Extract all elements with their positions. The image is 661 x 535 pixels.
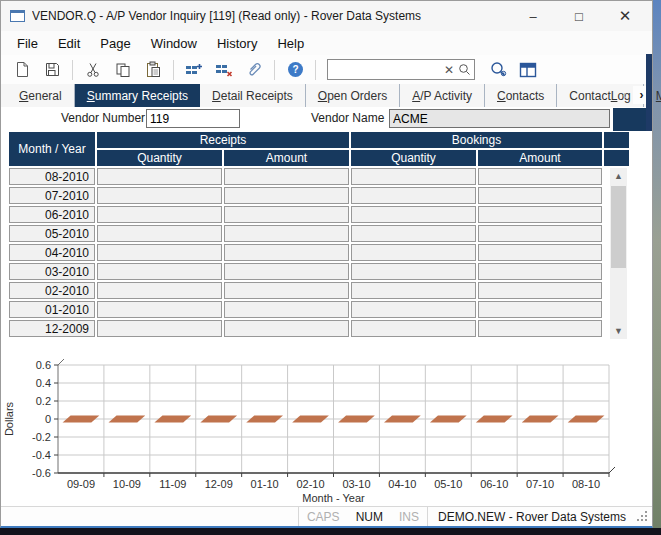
maximize-button[interactable]: □ [556,2,602,30]
column-header-month-year: Month / Year [9,132,95,166]
table-scrollbar[interactable]: ▲ ▼ [610,168,627,339]
title-bar: VENDOR.Q - A/P Vendor Inquiry [119] (Rea… [1,1,652,31]
status-message: DEMO.NEW - Rover Data Systems [428,510,636,524]
save-button[interactable] [39,58,65,82]
help-button[interactable]: ? [282,58,308,82]
cell-receipts-quantity[interactable] [97,320,222,337]
insert-rows-icon [185,62,203,78]
menu-edit[interactable]: Edit [48,33,90,54]
table-view-button[interactable] [515,58,541,82]
cell-receipts-amount[interactable] [224,263,349,280]
cell-bookings-quantity[interactable] [351,206,476,223]
svg-text:0.6: 0.6 [36,359,51,371]
clear-search-icon[interactable]: ✕ [440,63,458,77]
cell-receipts-quantity[interactable] [97,282,222,299]
cell-receipts-quantity[interactable] [97,187,222,204]
cell-bookings-amount[interactable] [478,263,602,280]
tab-open-orders[interactable]: Open Orders [306,84,400,107]
vendor-name-label: Vendor Name [311,111,384,125]
cell-month-year[interactable]: 02-2010 [9,282,95,299]
cut-button[interactable] [80,58,106,82]
cell-month-year[interactable]: 05-2010 [9,225,95,242]
cell-month-year[interactable]: 01-2010 [9,301,95,318]
tab-detail-receipts[interactable]: Detail Receipts [200,84,306,107]
cell-bookings-quantity[interactable] [351,187,476,204]
cell-receipts-amount[interactable] [224,282,349,299]
status-bar: CAPS NUM INS DEMO.NEW - Rover Data Syste… [1,506,652,526]
cell-month-year[interactable]: 07-2010 [9,187,95,204]
cell-receipts-quantity[interactable] [97,263,222,280]
svg-text:05-10: 05-10 [434,478,462,490]
menu-file[interactable]: File [7,33,48,54]
menu-history[interactable]: History [207,33,267,54]
copy-button[interactable] [110,58,136,82]
cell-bookings-amount[interactable] [478,301,602,318]
cell-month-year[interactable]: 04-2010 [9,244,95,261]
cell-receipts-quantity[interactable] [97,301,222,318]
cell-bookings-quantity[interactable] [351,244,476,261]
bar-01-10 [246,416,283,423]
vendor-number-field[interactable] [146,109,240,128]
cell-month-year[interactable]: 08-2010 [9,168,95,185]
minimize-button[interactable]: – [510,2,556,30]
cell-bookings-quantity[interactable] [351,320,476,337]
cell-bookings-amount[interactable] [478,187,602,204]
cell-bookings-quantity[interactable] [351,168,476,185]
find-records-button[interactable] [485,58,511,82]
cell-receipts-amount[interactable] [224,206,349,223]
cell-receipts-quantity[interactable] [97,225,222,242]
close-button[interactable]: ✕ [602,2,648,30]
cell-receipts-amount[interactable] [224,187,349,204]
cell-bookings-amount[interactable] [478,320,602,337]
cell-receipts-amount[interactable] [224,320,349,337]
tab-a-p-activity[interactable]: A/P Activity [400,84,485,107]
scroll-up-icon[interactable]: ▲ [610,168,627,184]
menu-bar: FileEditPageWindowHistoryHelp [1,31,652,55]
menu-window[interactable]: Window [141,33,207,54]
taskbar-edge [0,528,661,535]
attach-button[interactable] [241,58,267,82]
search-icon[interactable] [458,63,471,76]
app-window: VENDOR.Q - A/P Vendor Inquiry [119] (Rea… [0,0,653,528]
delete-rows-button[interactable] [211,58,237,82]
search-input[interactable] [331,63,440,77]
new-document-button[interactable] [9,58,35,82]
menu-page[interactable]: Page [90,33,140,54]
toolbar-separator [315,60,316,80]
cell-bookings-quantity[interactable] [351,263,476,280]
cell-bookings-quantity[interactable] [351,301,476,318]
column-header-receipts-amount: Amount [224,150,349,166]
vendor-name-field[interactable] [389,109,610,128]
paste-button[interactable] [140,58,166,82]
cell-receipts-quantity[interactable] [97,168,222,185]
insert-rows-button[interactable] [181,58,207,82]
cell-bookings-amount[interactable] [478,168,602,185]
tab-summary-receipts[interactable]: Summary Receipts [75,84,200,107]
cell-receipts-amount[interactable] [224,168,349,185]
cell-receipts-amount[interactable] [224,301,349,318]
cell-bookings-amount[interactable] [478,225,602,242]
cell-bookings-amount[interactable] [478,206,602,223]
cell-bookings-amount[interactable] [478,282,602,299]
header-filler [604,132,629,148]
tab-contacts[interactable]: Contacts [485,84,557,107]
cell-month-year[interactable]: 12-2009 [9,320,95,337]
scroll-down-icon[interactable]: ▼ [610,323,627,339]
scrollbar-thumb[interactable] [611,186,626,268]
cell-bookings-quantity[interactable] [351,225,476,242]
cell-receipts-amount[interactable] [224,244,349,261]
cell-bookings-amount[interactable] [478,244,602,261]
column-group-receipts: Receipts [97,132,349,148]
cell-month-year[interactable]: 03-2010 [9,263,95,280]
resize-grip-icon[interactable] [636,510,650,524]
tab-general[interactable]: General [7,84,75,107]
svg-text:-0.6: -0.6 [32,467,51,479]
cell-receipts-quantity[interactable] [97,206,222,223]
menu-help[interactable]: Help [267,33,314,54]
cell-receipts-amount[interactable] [224,225,349,242]
cell-month-year[interactable]: 06-2010 [9,206,95,223]
table-row: 12-2009 [9,320,641,337]
tab-scroll-left-icon[interactable]: ‹ [616,86,633,104]
cell-receipts-quantity[interactable] [97,244,222,261]
cell-bookings-quantity[interactable] [351,282,476,299]
